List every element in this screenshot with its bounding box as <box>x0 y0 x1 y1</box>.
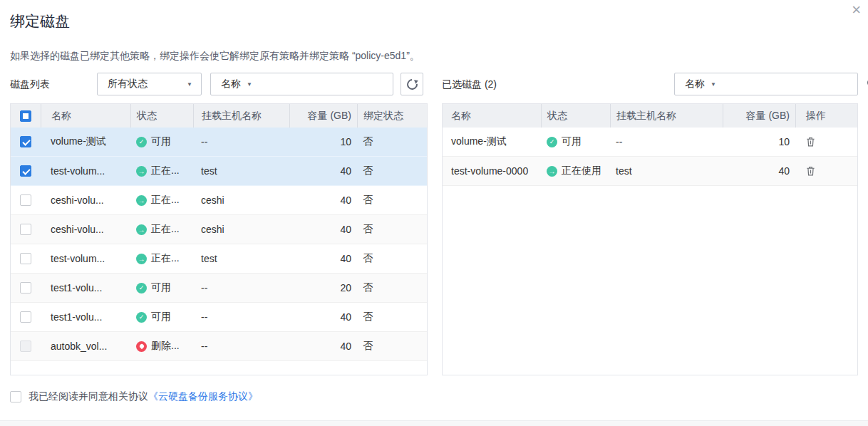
capacity: 20 <box>289 282 357 293</box>
status-inuse-icon: → <box>136 224 147 235</box>
header-status: 状态 <box>541 104 610 128</box>
bind-status: 否 <box>357 165 427 177</box>
host-name: -- <box>193 341 289 352</box>
capacity: 10 <box>723 136 795 147</box>
status-filter-select[interactable]: 所有状态 ▼ <box>97 73 202 95</box>
status-available-icon: ✓ <box>136 312 147 323</box>
disk-name: ceshi-volu... <box>41 194 130 206</box>
host-name: test <box>193 253 289 264</box>
table-row[interactable]: test-volum... →正在... test 40 否 <box>11 157 427 186</box>
host-name: ceshi <box>193 194 289 206</box>
policy-hint-text: 如果选择的磁盘已绑定其他策略，绑定操作会使它解绑定原有策略并绑定策略 “poli… <box>10 50 420 63</box>
disk-name: volume-测试 <box>41 135 130 148</box>
header-bind-status: 绑定状态 <box>357 104 427 128</box>
close-icon[interactable]: × <box>852 1 861 19</box>
row-checkbox-disabled <box>20 341 31 352</box>
status-text: 删除... <box>151 340 180 353</box>
table-row[interactable]: ceshi-volu... →正在... ceshi 40 否 <box>11 186 427 215</box>
status-text: 可用 <box>151 311 171 323</box>
right-search-input[interactable] <box>729 74 867 94</box>
capacity: 40 <box>289 194 357 206</box>
header-name: 名称 <box>41 104 130 128</box>
left-search-combo: 名称 ▼ <box>210 73 393 95</box>
trash-icon <box>805 136 816 147</box>
host-name: test <box>610 165 723 177</box>
row-checkbox[interactable] <box>20 194 31 206</box>
row-checkbox[interactable] <box>20 282 31 293</box>
host-name: -- <box>193 136 289 147</box>
bind-disk-dialog: × 绑定磁盘 如果选择的磁盘已绑定其他策略，绑定操作会使它解绑定原有策略并绑定策… <box>0 0 868 426</box>
left-search-field-select[interactable]: 名称 ▼ <box>211 78 265 90</box>
table-row[interactable]: test1-volu... ✓可用 -- 20 否 <box>11 274 427 303</box>
bind-status: 否 <box>357 281 427 294</box>
host-name: -- <box>610 136 723 147</box>
disk-name: ceshi-volu... <box>41 224 130 235</box>
status-text: 正在... <box>151 252 180 265</box>
status-available-icon: ✓ <box>136 283 147 293</box>
capacity: 40 <box>289 341 357 352</box>
header-status: 状态 <box>130 104 193 128</box>
status-inuse-icon: → <box>547 166 557 177</box>
header-name: 名称 <box>443 104 541 128</box>
disk-name: autobk_vol... <box>41 341 130 352</box>
table-header: 名称 状态 挂载主机名称 容量 (GB) 操作 <box>443 104 857 128</box>
select-all-checkbox[interactable] <box>20 110 31 122</box>
filter-bar: 磁盘列表 所有状态 ▼ 名称 ▼ 已选磁盘 (2) 名称 ▼ <box>0 73 868 95</box>
remove-disk-button[interactable] <box>805 165 816 177</box>
host-name: ceshi <box>193 224 289 235</box>
header-host: 挂载主机名称 <box>610 104 723 128</box>
status-available-icon: ✓ <box>136 137 147 147</box>
status-filter-value: 所有状态 <box>108 78 181 90</box>
bind-status: 否 <box>357 194 427 207</box>
left-search-input[interactable] <box>265 74 403 94</box>
disk-name: test1-volu... <box>41 282 130 293</box>
selected-disks-label: 已选磁盘 (2) <box>442 73 497 95</box>
row-checkbox[interactable] <box>20 311 31 323</box>
capacity: 10 <box>289 136 357 147</box>
chevron-down-icon: ▼ <box>711 81 716 88</box>
agreement-text: 我已经阅读并同意相关协议 <box>29 390 148 403</box>
bind-status: 否 <box>357 252 427 265</box>
status-text: 正在... <box>151 194 180 207</box>
status-inuse-icon: → <box>136 166 147 177</box>
table-row: volume-测试 ✓可用 -- 10 <box>443 128 857 157</box>
table-row[interactable]: test-volum... →正在... test 40 否 <box>11 244 427 274</box>
refresh-button[interactable] <box>401 73 423 95</box>
table-row[interactable]: autobk_vol... 删除... -- 40 否 <box>11 332 427 361</box>
bind-status: 否 <box>357 340 427 353</box>
bind-status: 否 <box>357 223 427 236</box>
row-checkbox[interactable] <box>20 165 31 177</box>
agreement-row: 我已经阅读并同意相关协议 《云硬盘备份服务协议》 <box>10 390 258 403</box>
row-checkbox[interactable] <box>20 224 31 235</box>
refresh-icon <box>407 79 418 90</box>
disk-list-table: 名称 状态 挂载主机名称 容量 (GB) 绑定状态 volume-测试 ✓可用 … <box>10 103 428 375</box>
chevron-down-icon: ▼ <box>247 81 252 88</box>
bind-status: 否 <box>357 311 427 323</box>
status-text: 正在使用 <box>562 165 601 177</box>
status-text: 正在... <box>151 223 180 236</box>
table-row[interactable]: ceshi-volu... →正在... ceshi 40 否 <box>11 215 427 244</box>
header-actions: 操作 <box>795 104 857 128</box>
chevron-down-icon: ▼ <box>187 81 192 88</box>
selected-disks-table: 名称 状态 挂载主机名称 容量 (GB) 操作 volume-测试 ✓可用 --… <box>442 103 858 375</box>
page-title: 绑定磁盘 <box>10 11 70 31</box>
table-row[interactable]: test1-volu... ✓可用 -- 40 否 <box>11 303 427 332</box>
table-row[interactable]: volume-测试 ✓可用 -- 10 否 <box>11 128 427 157</box>
agreement-checkbox[interactable] <box>10 391 21 402</box>
disk-name: test-volum... <box>41 253 130 264</box>
disk-name: volume-测试 <box>443 135 541 148</box>
row-checkbox[interactable] <box>20 136 31 147</box>
status-deleting-icon <box>136 341 147 352</box>
status-text: 可用 <box>151 281 171 294</box>
bind-status: 否 <box>357 135 427 148</box>
capacity: 40 <box>289 253 357 264</box>
status-text: 可用 <box>151 135 171 148</box>
right-search-field-value: 名称 <box>685 78 705 90</box>
disk-name: test-volume-0000 <box>443 165 541 177</box>
row-checkbox[interactable] <box>20 253 31 264</box>
left-search-field-value: 名称 <box>221 78 241 90</box>
remove-disk-button[interactable] <box>805 136 816 147</box>
agreement-link[interactable]: 《云硬盘备份服务协议》 <box>148 390 258 403</box>
right-search-field-select[interactable]: 名称 ▼ <box>675 78 729 90</box>
host-name: -- <box>193 282 289 293</box>
